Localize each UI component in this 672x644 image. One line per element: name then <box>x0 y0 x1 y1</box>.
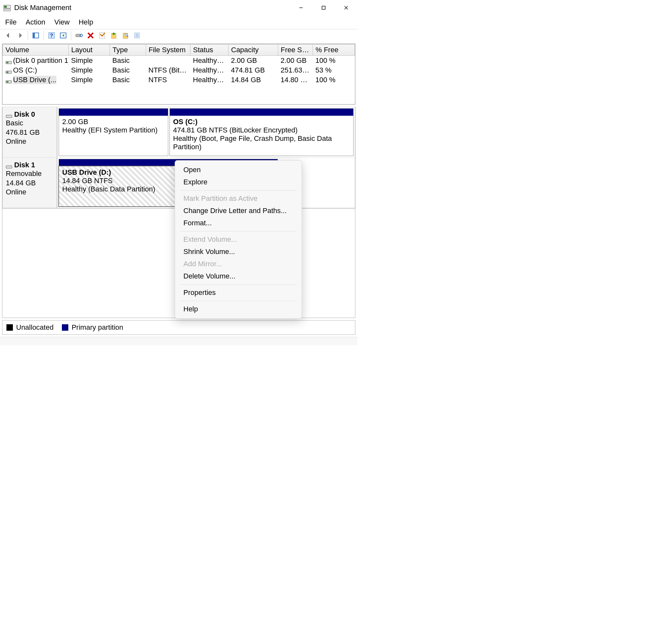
menubar: File Action View Help <box>0 15 358 29</box>
svg-rect-31 <box>6 115 12 118</box>
ctx-extend: Extend Volume... <box>175 234 302 246</box>
status-bar <box>0 337 358 345</box>
properties-icon[interactable] <box>96 31 108 40</box>
svg-rect-4 <box>322 6 325 9</box>
context-menu: Open Explore Mark Partition as Active Ch… <box>175 160 302 319</box>
drive-icon <box>5 68 12 72</box>
disk-icon <box>6 112 12 117</box>
col-volume[interactable]: Volume <box>3 45 69 56</box>
partition[interactable]: 2.00 GBHealthy (EFI System Partition) <box>59 108 168 156</box>
ctx-help[interactable]: Help <box>175 303 302 315</box>
disk-icon <box>6 163 12 167</box>
maximize-button[interactable] <box>312 0 335 15</box>
help-button[interactable]: ? <box>46 31 57 40</box>
menu-view[interactable]: View <box>55 18 70 26</box>
partition-title: OS (C:) <box>173 118 350 126</box>
partition-stripe <box>170 109 353 116</box>
menu-file[interactable]: File <box>5 18 16 26</box>
svg-rect-1 <box>4 6 7 8</box>
ctx-format[interactable]: Format... <box>175 217 302 229</box>
col-pct[interactable]: % Free <box>313 45 355 56</box>
legend-primary: Primary partition <box>72 323 123 332</box>
svg-rect-30 <box>7 81 8 83</box>
delete-icon[interactable] <box>85 31 96 40</box>
drive-icon <box>5 58 12 63</box>
col-fs[interactable]: File System <box>146 45 191 56</box>
window-title: Disk Management <box>14 3 71 12</box>
new-icon[interactable] <box>108 31 120 40</box>
close-button[interactable] <box>335 0 358 15</box>
partition-stripe <box>59 109 168 116</box>
partition-line: 2.00 GB <box>62 118 165 126</box>
volume-row[interactable]: OS (C:)SimpleBasicNTFS (BitLo...Healthy … <box>3 65 355 75</box>
ctx-open[interactable]: Open <box>175 164 302 176</box>
column-header-row: Volume Layout Type File System Status Ca… <box>3 45 355 56</box>
col-capacity[interactable]: Capacity <box>228 45 278 56</box>
ctx-change-letter[interactable]: Change Drive Letter and Paths... <box>175 205 302 217</box>
app-icon <box>3 4 11 12</box>
show-hide-action-button[interactable] <box>57 31 69 40</box>
ctx-add-mirror: Add Mirror... <box>175 258 302 270</box>
refresh-button[interactable] <box>73 31 85 40</box>
svg-rect-8 <box>33 33 35 38</box>
partition-area: 2.00 GBHealthy (EFI System Partition)OS … <box>57 107 355 157</box>
toolbar: ? <box>0 29 358 42</box>
partition-line: Healthy (EFI System Partition) <box>62 126 165 134</box>
svg-rect-32 <box>6 166 12 168</box>
legend: Unallocated Primary partition <box>2 320 356 335</box>
menu-action[interactable]: Action <box>25 18 45 26</box>
titlebar: Disk Management <box>0 0 358 15</box>
disk-header[interactable]: Disk 1Removable14.84 GBOnline <box>3 158 57 208</box>
disk-row: Disk 0Basic476.81 GBOnline2.00 GBHealthy… <box>3 107 355 157</box>
partition-line: 474.81 GB NTFS (BitLocker Encrypted) <box>173 126 350 134</box>
ctx-explore[interactable]: Explore <box>175 176 302 188</box>
svg-rect-28 <box>7 72 8 73</box>
ctx-shrink[interactable]: Shrink Volume... <box>175 246 302 258</box>
volume-name: USB Drive (... <box>13 76 57 84</box>
volume-row[interactable]: USB Drive (...SimpleBasicNTFSHealthy (B.… <box>3 75 355 85</box>
legend-swatch-primary <box>62 324 68 331</box>
col-status[interactable]: Status <box>191 45 228 56</box>
list-icon[interactable] <box>131 31 143 40</box>
drive-icon <box>5 78 12 82</box>
col-type[interactable]: Type <box>110 45 146 56</box>
partition[interactable]: OS (C:)474.81 GB NTFS (BitLocker Encrypt… <box>169 108 353 156</box>
svg-point-19 <box>125 34 127 36</box>
ctx-delete[interactable]: Delete Volume... <box>175 270 302 282</box>
disk-header[interactable]: Disk 0Basic476.81 GBOnline <box>3 107 57 157</box>
ctx-properties[interactable]: Properties <box>175 287 302 299</box>
legend-swatch-unallocated <box>7 324 13 331</box>
svg-rect-26 <box>7 62 8 63</box>
menu-help[interactable]: Help <box>79 18 93 26</box>
col-free[interactable]: Free Spa... <box>278 45 313 56</box>
ctx-mark-active: Mark Partition as Active <box>175 192 302 205</box>
search-icon[interactable] <box>120 31 131 40</box>
partition-line: Healthy (Boot, Page File, Crash Dump, Ba… <box>173 134 350 151</box>
volume-name: (Disk 0 partition 1) <box>13 56 69 65</box>
show-hide-tree-button[interactable] <box>30 31 41 40</box>
forward-button[interactable] <box>14 31 26 40</box>
minimize-button[interactable] <box>290 0 312 15</box>
svg-text:?: ? <box>50 33 53 38</box>
empty-area: Open Explore Mark Partition as Active Ch… <box>2 208 356 318</box>
legend-unallocated: Unallocated <box>16 323 53 332</box>
volume-list[interactable]: Volume Layout Type File System Status Ca… <box>2 44 356 105</box>
volume-name: OS (C:) <box>13 66 37 74</box>
volume-row[interactable]: (Disk 0 partition 1)SimpleBasicHealthy (… <box>3 56 355 66</box>
back-button[interactable] <box>3 31 14 40</box>
col-layout[interactable]: Layout <box>69 45 110 56</box>
svg-rect-2 <box>3 9 11 11</box>
